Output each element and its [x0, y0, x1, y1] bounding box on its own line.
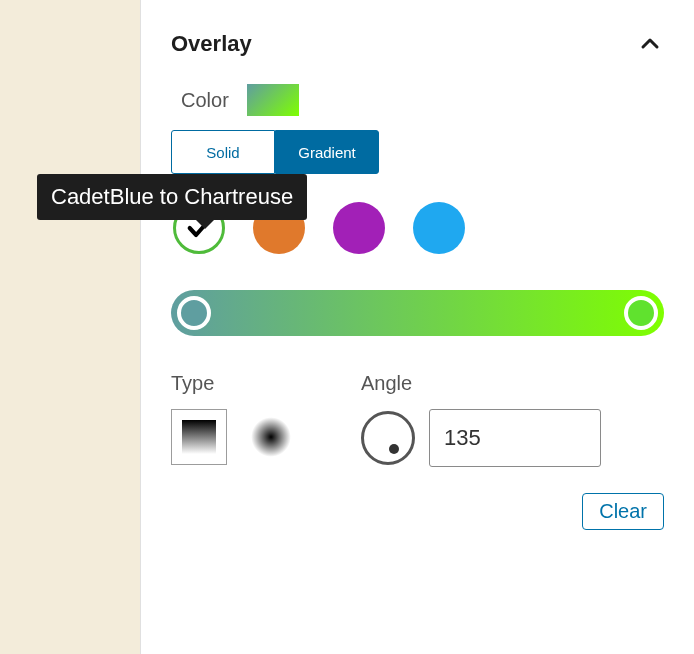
swatch-blue[interactable]	[413, 202, 465, 254]
color-label: Color	[181, 89, 229, 112]
type-options	[171, 409, 291, 465]
section-header[interactable]: Overlay	[171, 10, 664, 58]
gradient-bar[interactable]	[171, 290, 664, 336]
angle-label: Angle	[361, 372, 601, 395]
type-radial-button[interactable]	[251, 417, 291, 457]
color-row: Color	[181, 84, 664, 116]
chevron-up-icon[interactable]	[636, 30, 664, 58]
angle-input[interactable]	[429, 409, 601, 467]
linear-gradient-icon	[182, 420, 216, 454]
type-linear-button[interactable]	[171, 409, 227, 465]
left-gutter	[0, 0, 140, 654]
angle-row	[361, 409, 601, 467]
color-mode-tabs: Solid Gradient	[171, 130, 379, 174]
tab-solid[interactable]: Solid	[171, 130, 275, 174]
angle-dial[interactable]	[361, 411, 415, 465]
gradient-stop-end[interactable]	[624, 296, 658, 330]
section-title: Overlay	[171, 31, 252, 57]
color-chip[interactable]	[247, 84, 299, 116]
type-label: Type	[171, 372, 291, 395]
type-group: Type	[171, 372, 291, 467]
overlay-panel: Overlay Color Solid Gradient CadetBlue t…	[140, 0, 694, 654]
tab-gradient[interactable]: Gradient	[275, 130, 379, 174]
clear-button[interactable]: Clear	[582, 493, 664, 530]
controls-row: Type Angle	[171, 372, 664, 467]
tooltip: CadetBlue to Chartreuse	[37, 174, 307, 220]
clear-row: Clear	[171, 493, 664, 530]
gradient-stop-start[interactable]	[177, 296, 211, 330]
angle-dial-indicator-icon	[389, 444, 399, 454]
angle-group: Angle	[361, 372, 601, 467]
swatch-purple[interactable]	[333, 202, 385, 254]
